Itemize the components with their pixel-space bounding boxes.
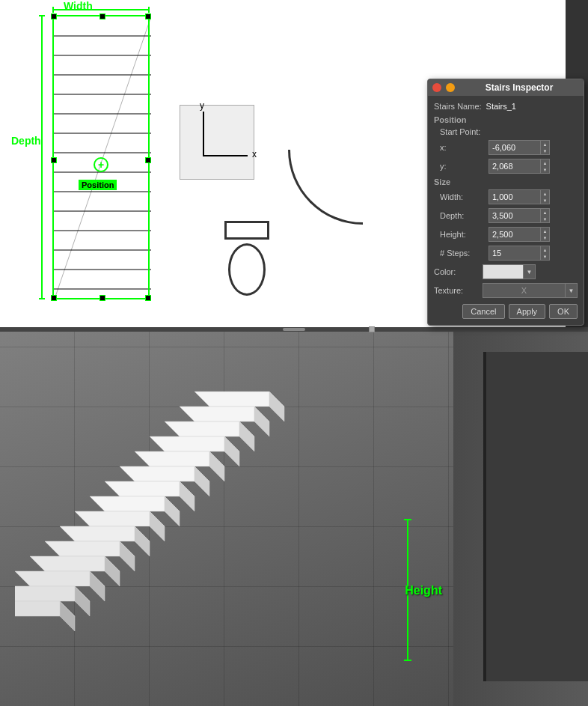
apply-button[interactable]: Apply — [509, 304, 546, 319]
depth-down-arrow[interactable]: ▼ — [541, 216, 549, 222]
sep-handle[interactable] — [369, 326, 375, 332]
texture-dropdown-btn[interactable]: ▼ — [566, 283, 578, 298]
depth-input[interactable] — [489, 208, 541, 223]
handle-tr[interactable] — [145, 13, 151, 19]
color-preview[interactable] — [483, 264, 524, 279]
color-field-label: Color: — [434, 267, 483, 276]
shadow-wall — [453, 329, 588, 706]
position-section-body: Start Point: x: ▲ ▼ y: — [434, 127, 578, 174]
x-down-arrow[interactable]: ▼ — [541, 147, 549, 154]
stairs-name-row: Stairs Name: Stairs_1 — [434, 102, 578, 111]
x-stepper: ▲ ▼ — [489, 140, 550, 155]
texture-field-label: Texture: — [434, 286, 483, 295]
depth-stepper-arrows[interactable]: ▲ ▼ — [541, 208, 550, 223]
size-section-body: Width: ▲ ▼ Depth: ▲ ▼ — [434, 189, 578, 261]
inspector-titlebar: Stairs Inspector — [428, 79, 584, 96]
y-up-arrow[interactable]: ▲ — [541, 159, 549, 166]
position-section-label: Position — [434, 115, 578, 124]
x-field-row: x: ▲ ▼ — [440, 140, 578, 155]
texture-input[interactable]: X — [483, 283, 566, 298]
width-up-arrow[interactable]: ▲ — [541, 190, 549, 197]
height-up-arrow[interactable]: ▲ — [541, 228, 549, 234]
steps-down-arrow[interactable]: ▼ — [541, 253, 549, 260]
inspector-body: Stairs Name: Stairs_1 Position Start Poi… — [428, 96, 584, 325]
handle-bm[interactable] — [99, 295, 105, 301]
svg-marker-42 — [75, 586, 90, 616]
y-down-arrow[interactable]: ▼ — [541, 166, 549, 173]
divider-handle — [283, 328, 305, 331]
handle-tm[interactable] — [99, 13, 105, 19]
stairs-name-value: Stairs_1 — [486, 102, 516, 111]
steps-stepper: ▲ ▼ — [489, 246, 550, 261]
width-input[interactable] — [489, 189, 541, 204]
height-stepper-arrows[interactable]: ▲ ▼ — [541, 227, 550, 242]
x-up-arrow[interactable]: ▲ — [541, 141, 549, 147]
x-input[interactable] — [489, 140, 541, 155]
svg-marker-34 — [135, 526, 150, 556]
texture-x-value: X — [521, 286, 527, 295]
y-stepper-arrows[interactable]: ▲ ▼ — [541, 159, 550, 174]
shadow-wall-inner — [483, 352, 588, 681]
y-field-label: y: — [440, 162, 489, 171]
minimize-button[interactable] — [446, 83, 455, 92]
svg-marker-16 — [269, 392, 284, 422]
svg-marker-32 — [150, 511, 165, 541]
depth-arrow — [41, 15, 43, 299]
x-stepper-arrows[interactable]: ▲ ▼ — [541, 140, 550, 155]
svg-marker-24 — [209, 451, 224, 481]
toilet-bowl — [228, 243, 266, 296]
width-field-row: Width: ▲ ▼ — [440, 189, 578, 204]
steps-stepper-arrows[interactable]: ▲ ▼ — [541, 246, 550, 261]
handle-ml[interactable] — [51, 157, 57, 163]
color-dropdown-btn[interactable]: ▼ — [524, 264, 536, 279]
axis-x — [203, 155, 248, 156]
width-field-label: Width: — [440, 192, 489, 201]
width-down-arrow[interactable]: ▼ — [541, 197, 549, 204]
ok-button[interactable]: OK — [549, 304, 578, 319]
depth-field-row: Depth: ▲ ▼ — [440, 208, 578, 223]
height-field-label: Height: — [440, 230, 489, 239]
depth-up-arrow[interactable]: ▲ — [541, 209, 549, 216]
handle-bl[interactable] — [51, 295, 57, 301]
viewport-3d[interactable]: Height — [0, 329, 588, 706]
stairs-3d-svg — [15, 362, 434, 661]
inspector-panel: Stairs Inspector Stairs Name: Stairs_1 P… — [427, 79, 584, 326]
axis-y — [203, 112, 204, 156]
y-field-row: y: ▲ ▼ — [440, 159, 578, 174]
width-label: Width — [64, 0, 93, 12]
close-button[interactable] — [432, 83, 441, 92]
steps-field-row: # Steps: ▲ ▼ — [440, 246, 578, 261]
stair-plan-2d: Depth Width — [52, 15, 150, 299]
svg-marker-28 — [180, 481, 195, 511]
y-input[interactable] — [489, 159, 541, 174]
inspector-title: Stairs Inspector — [459, 82, 579, 93]
axes-indicator — [180, 105, 254, 180]
width-stepper: ▲ ▼ — [489, 189, 550, 204]
svg-marker-30 — [165, 496, 180, 526]
svg-marker-38 — [105, 556, 120, 586]
button-row: Cancel Apply OK — [434, 304, 578, 319]
steps-up-arrow[interactable]: ▲ — [541, 246, 549, 253]
svg-marker-20 — [239, 422, 254, 451]
width-stepper-arrows[interactable]: ▲ ▼ — [541, 189, 550, 204]
handle-mr[interactable] — [145, 157, 151, 163]
toilet-tank — [224, 221, 269, 240]
handle-tl[interactable] — [51, 13, 57, 19]
depth-stepper: ▲ ▼ — [489, 208, 550, 223]
svg-marker-44 — [60, 601, 75, 631]
texture-row: Texture: X ▼ — [434, 283, 578, 298]
position-handle[interactable]: + — [94, 157, 108, 172]
color-row: Color: ▼ — [434, 264, 578, 279]
svg-marker-26 — [195, 466, 209, 496]
viewport-divider[interactable] — [0, 327, 588, 332]
handle-br[interactable] — [145, 295, 151, 301]
height-down-arrow[interactable]: ▼ — [541, 234, 549, 241]
height-input[interactable] — [489, 227, 541, 242]
depth-label: Depth — [11, 135, 41, 147]
position-label: Position — [79, 180, 117, 190]
cancel-button[interactable]: Cancel — [462, 304, 504, 319]
door-arc — [288, 150, 363, 225]
svg-marker-22 — [224, 436, 239, 466]
steps-input[interactable] — [489, 246, 541, 261]
height-field-row: Height: ▲ ▼ — [440, 227, 578, 242]
